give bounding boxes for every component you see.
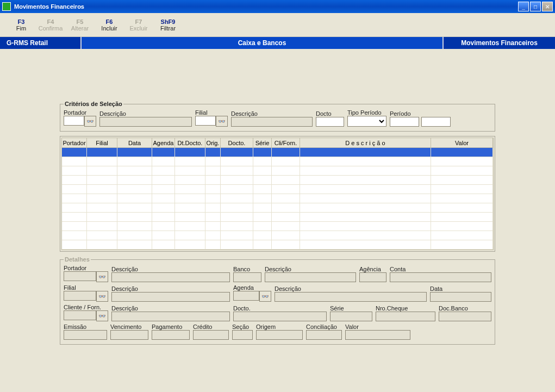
col-descricao: D e s c r i ç ã o <box>300 138 431 148</box>
d-valor-label: Valor <box>345 323 410 330</box>
table-row[interactable] <box>62 240 493 250</box>
d-agencia-label: Agência <box>359 266 386 272</box>
d-banco-input <box>233 272 261 282</box>
d-docto-label: Docto. <box>233 305 327 312</box>
d-filial-desc <box>111 292 230 302</box>
d-vencimento-input <box>110 330 148 340</box>
d-filial-desc-label: Descrição <box>111 285 230 292</box>
selection-criteria: Critérios de Seleção Portador 👓 Descriçã… <box>60 101 495 132</box>
d-data-label: Data <box>430 285 491 292</box>
periodo-label: Período <box>390 110 451 117</box>
d-emissao-input <box>64 330 107 340</box>
selection-legend: Critérios de Seleção <box>64 101 123 107</box>
portador-input[interactable] <box>64 116 84 126</box>
portador-lookup-button[interactable]: 👓 <box>84 116 96 127</box>
table-row[interactable] <box>62 166 493 176</box>
d-agencia-input <box>359 272 386 282</box>
binoculars-icon: 👓 <box>98 273 106 281</box>
periodo-to-input[interactable] <box>421 117 451 127</box>
menu-fim[interactable]: F3 Fim <box>7 13 36 36</box>
d-credito-label: Crédito <box>193 323 229 330</box>
d-agenda-lookup[interactable]: 👓 <box>259 291 271 302</box>
d-emissao-label: Emissão <box>64 323 107 330</box>
grid-body <box>62 148 493 250</box>
menubar: F3 Fim F4 Confirma F5 Alterar F6 Incluir… <box>0 13 555 37</box>
maximize-button[interactable]: □ <box>530 2 541 11</box>
table-row[interactable] <box>62 231 493 240</box>
descricao1-output <box>99 117 192 127</box>
close-button[interactable]: ✕ <box>542 2 553 11</box>
col-agenda: Agenda <box>152 138 175 148</box>
d-conta-input <box>390 272 491 282</box>
col-cliforn: Cli/Forn. <box>272 138 300 148</box>
d-data-input <box>430 292 491 302</box>
minimize-button[interactable]: _ <box>518 2 529 11</box>
grid-container: Portador Filial Data Agenda Dt.Docto. Or… <box>60 136 495 252</box>
col-orig: Orig. <box>205 138 221 148</box>
details-panel: Detalhes Portador 👓 Descrição Banco Desc… <box>60 256 495 345</box>
table-row[interactable] <box>62 222 493 231</box>
docto-label: Docto <box>316 110 344 117</box>
titlebar: Movimentos Financeiros _ □ ✕ <box>0 0 555 13</box>
d-portador-input <box>64 271 96 281</box>
tipo-periodo-label: Tipo Período <box>347 109 386 116</box>
window-controls: _ □ ✕ <box>518 2 553 11</box>
col-data: Data <box>117 138 152 148</box>
results-grid[interactable]: Portador Filial Data Agenda Dt.Docto. Or… <box>61 138 494 250</box>
breadcrumb-screen: Movimentos Financeiros <box>444 37 555 49</box>
d-conta-label: Conta <box>390 266 491 272</box>
descricao1-label: Descrição <box>99 110 192 117</box>
d-valor-input <box>345 330 410 340</box>
d-secao-label: Seção <box>232 323 253 330</box>
filial-lookup-button[interactable]: 👓 <box>216 116 228 127</box>
d-portador-label: Portador <box>64 265 108 271</box>
d-portador-lookup[interactable]: 👓 <box>96 271 108 282</box>
table-row[interactable] <box>62 203 493 213</box>
d-pagamento-label: Pagamento <box>152 323 190 330</box>
table-row[interactable] <box>62 194 493 203</box>
d-banco-desc <box>265 272 356 282</box>
filial-input[interactable] <box>195 116 216 126</box>
d-docbanco-label: Doc.Banco <box>439 305 491 312</box>
menu-incluir[interactable]: F6 Incluir <box>95 13 124 36</box>
grid-header: Portador Filial Data Agenda Dt.Docto. Or… <box>62 138 493 148</box>
d-cliente-desc <box>111 312 230 321</box>
descricao2-output <box>231 117 313 127</box>
d-origem-input <box>256 330 303 340</box>
d-portador-desc-label: Descrição <box>111 266 230 272</box>
periodo-from-input[interactable] <box>390 117 419 127</box>
d-agenda-input <box>233 291 259 301</box>
d-banco-label: Banco <box>233 266 261 272</box>
d-docto-input <box>233 312 327 321</box>
d-conciliacao-input <box>306 330 342 340</box>
table-row[interactable] <box>62 148 493 157</box>
col-filial: Filial <box>87 138 117 148</box>
table-row[interactable] <box>62 213 493 222</box>
menu-filtrar[interactable]: ShF9 Filtrar <box>153 13 183 36</box>
tipo-periodo-select[interactable] <box>347 116 386 127</box>
col-dtdocto: Dt.Docto. <box>175 138 205 148</box>
d-origem-label: Origem <box>256 323 303 330</box>
d-agenda-label: Agenda <box>233 284 271 291</box>
d-agenda-desc-label: Descrição <box>275 285 427 292</box>
d-filial-lookup[interactable]: 👓 <box>96 291 108 302</box>
d-banco-desc-label: Descrição <box>265 266 356 272</box>
table-row[interactable] <box>62 176 493 185</box>
d-filial-label: Filial <box>64 284 108 291</box>
d-docbanco-input <box>439 312 491 321</box>
d-cliente-lookup[interactable]: 👓 <box>96 310 108 321</box>
d-vencimento-label: Vencimento <box>110 323 148 330</box>
breadcrumb-module: Caixa e Bancos <box>82 37 444 49</box>
d-portador-desc <box>111 272 230 282</box>
descricao2-label: Descrição <box>231 110 313 117</box>
binoculars-icon: 👓 <box>261 293 269 300</box>
details-legend: Detalhes <box>64 256 91 263</box>
binoculars-icon: 👓 <box>98 313 106 320</box>
menu-alterar: F5 Alterar <box>65 13 95 36</box>
col-serie: Série <box>253 138 272 148</box>
table-row[interactable] <box>62 157 493 166</box>
docto-input[interactable] <box>316 117 344 127</box>
table-row[interactable] <box>62 185 493 194</box>
menu-excluir: F7 Excluir <box>124 13 153 36</box>
d-nrocheque-input <box>376 312 435 321</box>
